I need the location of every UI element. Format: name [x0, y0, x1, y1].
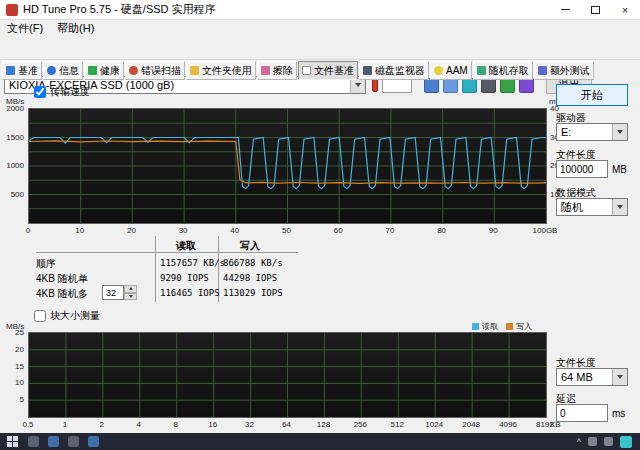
tab-folder-usage[interactable]: 文件夹使用: [186, 61, 256, 80]
tick-label: 10: [15, 378, 24, 387]
tray-expand-icon[interactable]: ^: [577, 437, 581, 447]
legend-write: 写入: [506, 321, 532, 332]
minimize-button[interactable]: [550, 0, 580, 19]
transfer-speed-chart-canvas: [29, 109, 546, 223]
tab-error-scan[interactable]: 错误扫描: [125, 61, 185, 80]
tick-label: 1000: [6, 161, 24, 170]
start-menu-button[interactable]: [7, 436, 18, 447]
tray-icon[interactable]: [604, 437, 613, 446]
close-button[interactable]: ×: [610, 0, 640, 19]
taskbar-app-icon[interactable]: [88, 436, 99, 447]
tab-label: 文件夹使用: [202, 64, 252, 78]
start-button[interactable]: 开始: [556, 84, 628, 106]
menu-help[interactable]: 帮助(H): [50, 20, 101, 37]
title-bar: HD Tune Pro 5.75 - 硬盘/SSD 实用程序 ×: [0, 0, 640, 20]
delay-input[interactable]: 0: [556, 404, 608, 422]
spin-up-icon[interactable]: [124, 285, 137, 293]
chevron-down-icon: [612, 369, 627, 385]
row-label-4kb-multi: 4KB 随机多: [36, 287, 88, 301]
delay-unit: ms: [612, 408, 625, 419]
tick-label: 4: [137, 420, 141, 429]
tab-health[interactable]: 健康: [84, 61, 124, 80]
block-size-checkbox-input[interactable]: [34, 310, 46, 322]
tick-label: 128: [317, 420, 330, 429]
4kb-single-write-value: 44298 IOPS: [223, 273, 277, 283]
taskbar-app-icon[interactable]: [68, 436, 79, 447]
sequential-write-value: 866788 KB/s: [223, 258, 283, 268]
chart2-x-axis: 0.512481632641282565121024204840968192: [28, 420, 545, 430]
window-title: HD Tune Pro 5.75 - 硬盘/SSD 实用程序: [23, 2, 216, 17]
drive-combo-value: E:: [557, 126, 612, 138]
tab-label: 健康: [100, 64, 120, 78]
menu-file[interactable]: 文件(F): [0, 20, 50, 37]
tab-extra-tests[interactable]: 额外测试: [534, 61, 594, 80]
file-length-unit: MB: [612, 164, 627, 175]
maximize-button[interactable]: [580, 0, 610, 19]
tab-label: 随机存取: [489, 64, 529, 78]
tray-icon[interactable]: [588, 437, 597, 446]
tick-label: 1: [63, 420, 67, 429]
results-header-write: 写入: [240, 239, 260, 253]
aam-icon: [434, 66, 443, 75]
block-size-chart: [28, 332, 547, 418]
tab-random-access[interactable]: 随机存取: [473, 61, 533, 80]
row-label-4kb-single: 4KB 随机单: [36, 272, 88, 286]
transfer-speed-label: 传输速度: [50, 85, 90, 99]
chart1-y-axis: 200015001000500: [0, 108, 26, 222]
toolbar: KIOXIA-EXCERIA SSD (1000 gB) 退出: [0, 36, 640, 60]
tick-label: 80: [437, 226, 446, 235]
tick-label: 30: [179, 226, 188, 235]
tab-label: 磁盘监视器: [375, 64, 425, 78]
tab-bar: 基准信息健康错误扫描文件夹使用擦除文件基准磁盘监视器AAM随机存取额外测试: [2, 61, 638, 80]
legend-write-swatch: [506, 323, 513, 330]
data-mode-combo[interactable]: 随机: [556, 198, 628, 216]
sequential-read-value: 1157657 KB/s: [160, 258, 225, 268]
system-tray: ^: [577, 436, 640, 448]
info-icon: [47, 66, 56, 75]
tick-label: 100GB: [533, 226, 558, 235]
transfer-speed-checkbox-input[interactable]: [34, 86, 46, 98]
legend-read-label: 读取: [482, 321, 498, 332]
tick-label: 40: [230, 226, 239, 235]
spin-down-icon[interactable]: [124, 293, 137, 301]
tab-label: 擦除: [273, 64, 293, 78]
tab-info[interactable]: 信息: [43, 61, 83, 80]
tick-label: 10: [75, 226, 84, 235]
transfer-speed-checkbox[interactable]: 传输速度: [34, 85, 90, 99]
tab-label: 额外测试: [550, 64, 590, 78]
drive-combo[interactable]: E:: [556, 123, 628, 141]
tick-label: 2048: [462, 420, 480, 429]
block-size-chart-canvas: [29, 333, 546, 417]
tab-label: 错误扫描: [141, 64, 181, 78]
tick-label: 256: [354, 420, 367, 429]
tab-benchmark[interactable]: 基准: [2, 61, 42, 80]
tick-label: 0.5: [22, 420, 33, 429]
taskbar-app-icon[interactable]: [48, 436, 59, 447]
tick-label: 1024: [425, 420, 443, 429]
input-method-indicator[interactable]: [620, 436, 632, 448]
tick-label: 500: [11, 189, 24, 198]
app-icon: [6, 4, 18, 16]
tick-label: 20: [127, 226, 136, 235]
tick-label: 25: [15, 328, 24, 337]
block-size-checkbox[interactable]: 块大小测量: [34, 309, 100, 323]
tab-aam[interactable]: AAM: [430, 61, 472, 80]
tab-disk-monitor[interactable]: 磁盘监视器: [359, 61, 429, 80]
tick-label: 60: [334, 226, 343, 235]
queue-depth-spinner[interactable]: 32: [102, 285, 137, 300]
block-file-length-combo[interactable]: 64 MB: [556, 368, 628, 386]
tick-label: 15: [15, 362, 24, 371]
taskbar-app-icon[interactable]: [28, 436, 39, 447]
tab-erase[interactable]: 擦除: [257, 61, 297, 80]
tab-file-benchmark[interactable]: 文件基准: [298, 61, 358, 80]
chart2-legend: 读取 写入: [472, 321, 532, 332]
tick-label: 90: [489, 226, 498, 235]
tick-label: 70: [385, 226, 394, 235]
queue-depth-value[interactable]: 32: [102, 285, 124, 300]
disk-monitor-icon: [363, 66, 372, 75]
tick-label: 64: [282, 420, 291, 429]
4kb-multi-write-value: 113029 IOPS: [223, 288, 283, 298]
file-length-input[interactable]: 100000: [556, 160, 608, 178]
data-mode-value: 随机: [557, 200, 612, 215]
4kb-single-read-value: 9290 IOPS: [160, 273, 209, 283]
